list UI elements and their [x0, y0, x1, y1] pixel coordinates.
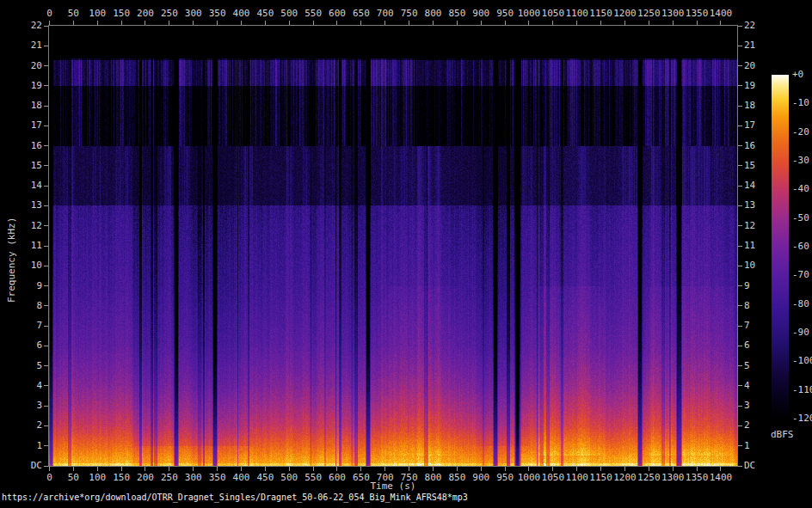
x-tick-label-top: 1050 [542, 9, 565, 19]
y-tick-right [738, 106, 742, 107]
x-tick-label-bottom: 100 [89, 473, 106, 483]
x-tick-label-bottom: 800 [425, 473, 442, 483]
x-tick-label-top: 500 [280, 9, 298, 19]
y-tick-label-right: DC [744, 461, 755, 471]
y-tick-right [738, 225, 742, 226]
x-tick-label-top: 150 [113, 9, 130, 19]
x-tick-bottom [145, 467, 145, 471]
y-tick-right [738, 205, 742, 206]
x-tick-top [624, 21, 625, 25]
y-tick-label-left: 21 [13, 40, 42, 51]
y-tick-label-left: 1 [13, 441, 42, 451]
x-tick-label-bottom: 150 [113, 473, 130, 483]
colorbar-tick-label: -10 [792, 98, 809, 108]
x-tick-bottom [673, 467, 674, 471]
y-tick-label-right: 17 [744, 120, 755, 131]
y-tick-label-right: 7 [744, 321, 750, 331]
x-tick-label-top: 1100 [565, 9, 588, 19]
y-tick-left [44, 106, 48, 107]
y-tick-label-right: 15 [744, 161, 755, 171]
x-tick-top [409, 21, 409, 25]
colorbar-tick-label: -120 [792, 413, 812, 424]
y-tick-label-left: 19 [13, 81, 42, 91]
x-tick-label-top: 750 [401, 9, 418, 19]
x-tick-bottom [697, 467, 698, 471]
x-tick-top [121, 21, 122, 25]
x-tick-label-top: 1200 [613, 9, 637, 19]
y-tick-left [44, 385, 48, 386]
x-tick-label-bottom: 700 [377, 473, 394, 483]
y-tick-left [44, 85, 48, 86]
x-tick-label-top: 200 [137, 9, 154, 19]
x-tick-label-top: 800 [425, 9, 442, 19]
y-tick-left [44, 305, 48, 306]
x-tick-bottom [600, 467, 601, 471]
y-tick-right [738, 305, 742, 306]
x-tick-top [528, 21, 529, 25]
colorbar-unit-label: dBFS [771, 429, 794, 440]
x-tick-label-bottom: 500 [280, 473, 298, 483]
x-tick-label-top: 450 [256, 9, 274, 19]
y-tick-right [738, 65, 742, 66]
y-tick-right [738, 406, 742, 407]
x-tick-top [145, 21, 145, 25]
y-tick-left [44, 26, 48, 27]
y-tick-label-right: 16 [744, 141, 755, 151]
colorbar-tick-label: -30 [792, 156, 809, 166]
x-tick-label-top: 1150 [589, 9, 612, 19]
x-tick-bottom [720, 467, 721, 471]
x-tick-bottom [409, 467, 409, 471]
y-tick-label-right: 11 [744, 241, 755, 251]
y-tick-right [738, 145, 742, 146]
x-tick-top [265, 21, 266, 25]
x-tick-label-bottom: 400 [233, 473, 250, 483]
y-tick-right [738, 246, 742, 247]
x-tick-bottom [457, 467, 458, 471]
colorbar-tick-label: -90 [792, 327, 809, 338]
x-tick-label-top: 550 [304, 9, 322, 19]
x-tick-label-top: 950 [496, 9, 514, 19]
y-tick-label-right: 22 [744, 21, 755, 31]
y-tick-label-right: 12 [744, 221, 755, 231]
x-tick-top [193, 21, 194, 25]
x-tick-bottom [121, 467, 122, 471]
x-tick-label-top: 1400 [710, 9, 733, 19]
x-tick-top [457, 21, 458, 25]
x-tick-label-bottom: 1250 [637, 473, 661, 483]
y-tick-right [738, 125, 742, 126]
x-tick-label-bottom: 250 [161, 473, 178, 483]
x-tick-bottom [169, 467, 169, 471]
x-tick-label-bottom: 1150 [589, 473, 612, 483]
x-tick-top [336, 21, 337, 25]
x-tick-label-bottom: 750 [401, 473, 418, 483]
y-tick-left [44, 326, 48, 327]
x-tick-bottom [97, 467, 98, 471]
x-tick-top [649, 21, 649, 25]
y-tick-label-left: 7 [13, 321, 42, 331]
y-tick-left [44, 445, 48, 446]
x-tick-bottom [552, 467, 553, 471]
x-tick-top [576, 21, 577, 25]
y-tick-left [44, 285, 48, 286]
y-tick-label-right: 10 [744, 260, 755, 271]
y-tick-left [44, 205, 48, 206]
y-tick-label-left: 12 [13, 221, 42, 231]
x-tick-label-bottom: 1100 [565, 473, 588, 483]
x-tick-label-bottom: 1300 [661, 473, 685, 483]
y-tick-right [738, 385, 742, 386]
y-tick-label-left: 15 [13, 161, 42, 171]
y-tick-label-right: 21 [744, 40, 755, 51]
y-tick-left [44, 186, 48, 187]
x-tick-label-top: 1300 [661, 9, 685, 19]
y-tick-right [738, 425, 742, 426]
x-tick-label-top: 900 [472, 9, 489, 19]
colorbar-tick-label: -110 [792, 385, 812, 395]
y-tick-right [738, 445, 742, 446]
y-tick-label-right: 2 [744, 420, 750, 431]
x-tick-top [600, 21, 601, 25]
y-tick-label-left: 16 [13, 141, 42, 151]
colorbar-tick-label: -60 [792, 242, 809, 252]
x-tick-top [313, 21, 314, 25]
y-tick-label-left: 2 [13, 420, 42, 431]
y-tick-label-right: 1 [744, 441, 750, 451]
